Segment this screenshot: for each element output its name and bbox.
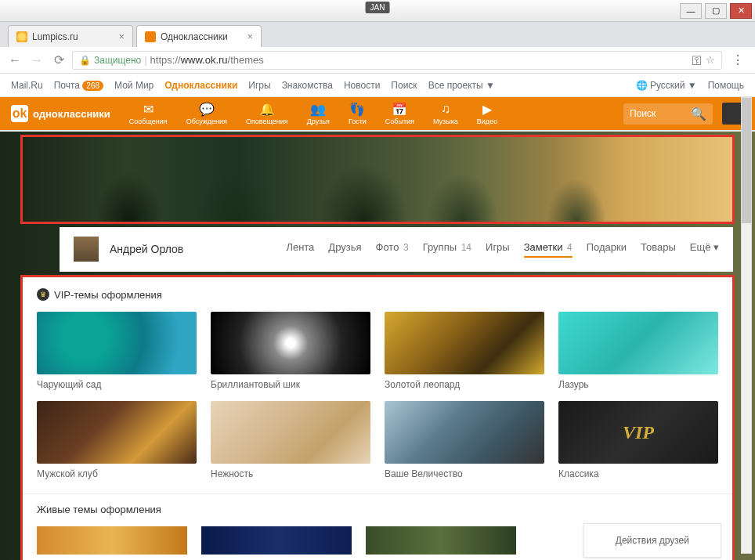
window-badge: JAN (366, 2, 390, 13)
back-button[interactable]: ← (6, 52, 23, 69)
calendar-icon: 📅 (392, 102, 407, 116)
tab-friends[interactable]: Друзья (328, 241, 361, 258)
theme-thumb[interactable] (37, 526, 187, 555)
forward-button[interactable]: → (28, 52, 45, 69)
language-selector[interactable]: 🌐 Русский ▼ (636, 80, 697, 91)
friends-actions-panel[interactable]: Действия друзей (583, 523, 721, 558)
play-icon: ▶ (482, 102, 492, 116)
theme-thumb (385, 312, 544, 374)
mailru-link-mail[interactable]: Почта 268 (54, 80, 103, 91)
search-input[interactable] (630, 108, 685, 119)
tab-title: Lumpics.ru (32, 31, 78, 42)
mailru-link-news[interactable]: Новости (344, 80, 380, 91)
theme-thumb (211, 312, 370, 374)
theme-item[interactable]: Нежность (211, 401, 370, 479)
url-path: /themes (228, 54, 264, 66)
theme-item[interactable]: Мужской клуб (37, 401, 197, 479)
browser-tab-strip: Lumpics.ru × Одноклассники × (0, 22, 755, 47)
tab-goods[interactable]: Товары (641, 241, 676, 258)
bell-icon: 🔔 (259, 102, 275, 116)
nav-discussions[interactable]: 💬Обсуждения (179, 100, 235, 127)
tab-notes[interactable]: Заметки 4 (524, 241, 573, 258)
ok-logo[interactable]: ok одноклассники (11, 105, 110, 122)
footsteps-icon: 👣 (349, 102, 365, 116)
music-icon: ♫ (441, 102, 450, 116)
vip-section-title: ♛ VIP-темы оформления (37, 288, 718, 301)
nav-notifications[interactable]: 🔔Оповещения (238, 100, 296, 127)
theme-label: Ваше Величество (385, 468, 544, 479)
favicon-icon (145, 31, 156, 42)
theme-label: Нежность (211, 468, 370, 479)
crown-icon: ♛ (37, 288, 49, 301)
theme-thumb (385, 401, 544, 464)
reload-button[interactable]: ⟳ (50, 52, 67, 69)
minimize-button[interactable]: — (680, 3, 702, 19)
vertical-scrollbar[interactable] (741, 97, 752, 554)
mailru-link-all[interactable]: Все проекты ▼ (428, 80, 495, 91)
theme-thumb (37, 401, 197, 464)
profile-name[interactable]: Андрей Орлов (110, 243, 183, 255)
theme-item[interactable]: Бриллиантовый шик (211, 312, 370, 390)
theme-label: Золотой леопард (385, 379, 544, 390)
theme-thumb (558, 312, 718, 374)
help-link[interactable]: Помощь (708, 80, 744, 91)
envelope-icon: ✉ (143, 102, 154, 116)
tab-more[interactable]: Ещё ▾ (690, 241, 719, 258)
themes-section-highlight: ♛ VIP-темы оформления Чарующий сад Брилл… (20, 275, 735, 560)
nav-messages[interactable]: ✉Сообщения (121, 100, 175, 127)
key-icon[interactable]: ⚿ (692, 54, 703, 67)
mailru-link-games[interactable]: Игры (248, 80, 270, 91)
profile-bar: Андрей Орлов Лента Друзья Фото 3 Группы … (60, 227, 733, 272)
tab-close-icon[interactable]: × (118, 31, 125, 42)
nav-music[interactable]: ♫Музыка (425, 100, 466, 127)
close-button[interactable]: ✕ (730, 3, 752, 19)
profile-cover[interactable] (23, 137, 732, 222)
chat-icon: 💬 (199, 102, 215, 116)
nav-video[interactable]: ▶Видео (469, 100, 505, 127)
theme-item[interactable]: Чарующий сад (37, 312, 197, 390)
tab-gifts[interactable]: Подарки (587, 241, 627, 258)
browser-menu-button[interactable]: ⋮ (727, 52, 749, 67)
ok-logo-icon: ok (11, 105, 28, 122)
theme-thumb[interactable] (201, 526, 352, 555)
cover-highlight (20, 135, 735, 224)
maximize-button[interactable]: ▢ (705, 3, 727, 19)
mailru-link-mailru[interactable]: Mail.Ru (11, 80, 43, 91)
favicon-icon (16, 31, 27, 42)
browser-tab-ok[interactable]: Одноклассники × (136, 25, 262, 47)
tab-photos[interactable]: Фото 3 (376, 241, 409, 258)
theme-item[interactable]: Ваше Величество (385, 401, 544, 479)
mailru-link-search[interactable]: Поиск (391, 80, 417, 91)
tab-feed[interactable]: Лента (286, 241, 314, 258)
lock-icon: 🔒 (79, 55, 91, 66)
theme-item[interactable]: Золотой леопард (385, 312, 544, 390)
theme-label: Лазурь (558, 379, 718, 390)
mailru-link-ok[interactable]: Одноклассники (164, 80, 237, 91)
nav-events[interactable]: 📅События (378, 100, 422, 127)
profile-avatar[interactable] (74, 237, 99, 262)
theme-thumb[interactable] (366, 526, 516, 555)
tab-close-icon[interactable]: × (247, 31, 253, 42)
theme-thumb (558, 401, 718, 464)
secure-indicator: 🔒 Защищено (79, 55, 141, 66)
theme-item[interactable]: Лазурь (558, 312, 718, 390)
people-icon: 👥 (310, 102, 326, 116)
browser-tab-lumpics[interactable]: Lumpics.ru × (8, 25, 133, 47)
search-box[interactable]: 🔍 (623, 103, 713, 125)
theme-label: Чарующий сад (37, 379, 197, 390)
tab-games[interactable]: Игры (486, 241, 510, 258)
tab-groups[interactable]: Группы 14 (423, 241, 471, 258)
nav-guests[interactable]: 👣Гости (341, 100, 374, 127)
theme-thumb (37, 312, 197, 374)
theme-label: Мужской клуб (37, 468, 197, 479)
search-icon[interactable]: 🔍 (691, 107, 706, 121)
url-field[interactable]: 🔒 Защищено | https://www.ok.ru/themes ⚿ … (72, 51, 722, 70)
window-titlebar: JAN — ▢ ✕ (0, 0, 755, 22)
mailru-link-dating[interactable]: Знакомства (282, 80, 333, 91)
scrollbar-thumb[interactable] (742, 98, 751, 223)
star-icon[interactable]: ☆ (706, 54, 715, 66)
secure-label: Защищено (94, 55, 141, 66)
mailru-link-mymir[interactable]: Мой Мир (114, 80, 154, 91)
nav-friends[interactable]: 👥Друзья (299, 100, 338, 127)
theme-item[interactable]: Классика (558, 401, 718, 479)
